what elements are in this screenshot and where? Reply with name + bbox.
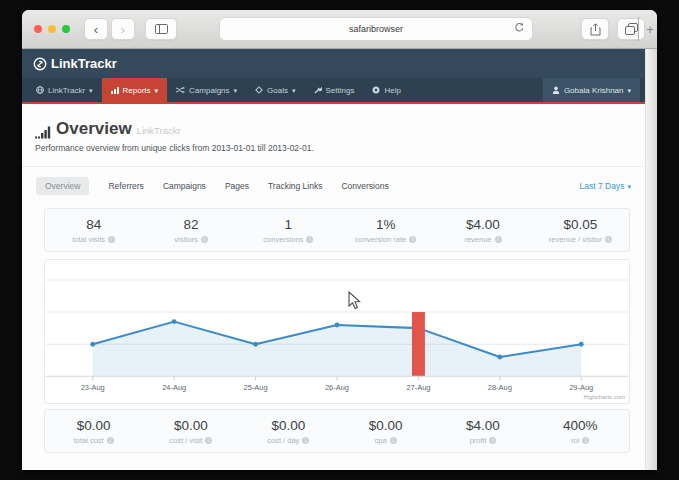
page-heading: Overview LinkTrackr Performance overview… xyxy=(22,104,645,167)
address-bar-text: safaribrowser xyxy=(349,24,403,34)
tab-campaigns[interactable]: Campaigns xyxy=(163,177,206,195)
stat-label: total cost xyxy=(74,436,104,445)
page-title-suffix: LinkTrackr xyxy=(137,125,181,136)
svg-text:27-Aug: 27-Aug xyxy=(406,383,430,392)
zoom-window-button[interactable] xyxy=(62,25,70,33)
caret-down-icon: ▾ xyxy=(89,87,93,94)
svg-text:28-Aug: 28-Aug xyxy=(488,383,512,392)
user-menu[interactable]: Gobala Krishnan ▾ xyxy=(543,78,640,102)
stat-label: profit xyxy=(470,436,487,445)
nav-item-help[interactable]: Help xyxy=(363,78,409,102)
stat-value: $0.05 xyxy=(532,217,629,232)
stat-roi: 400% roii xyxy=(532,418,629,445)
tab-conversions[interactable]: Conversions xyxy=(341,177,388,195)
info-icon[interactable]: i xyxy=(495,236,502,243)
stat-value: $0.00 xyxy=(337,418,434,433)
nav-item-reports[interactable]: Reports ▾ xyxy=(102,78,168,102)
caret-down-icon: ▾ xyxy=(234,87,238,94)
stat-value: 84 xyxy=(45,217,142,232)
info-icon[interactable]: i xyxy=(390,437,397,444)
chart-bars-icon xyxy=(111,86,119,94)
stat-label: roi xyxy=(571,436,579,445)
info-icon[interactable]: i xyxy=(108,236,115,243)
share-button[interactable] xyxy=(581,18,609,40)
sidebar-icon xyxy=(155,24,168,34)
stat-label: conversions xyxy=(263,235,303,244)
stat-revenue-per-visitor: $0.05 revenue / visitori xyxy=(532,217,629,244)
stat-total-visits: 84 total visitsi xyxy=(45,217,142,244)
caret-down-icon: ▾ xyxy=(627,183,631,190)
stat-value: 1 xyxy=(240,217,337,232)
stat-value: $0.00 xyxy=(142,418,239,433)
stat-label: cost / day xyxy=(267,436,299,445)
stat-value: $0.00 xyxy=(45,418,142,433)
tabs-icon xyxy=(625,23,638,35)
sidebar-toggle-button[interactable] xyxy=(145,18,177,40)
stat-value: 82 xyxy=(142,217,239,232)
stats-row-bottom: $0.00 total costi $0.00 cost / visiti $0… xyxy=(44,409,630,453)
stat-value: 400% xyxy=(532,418,629,433)
info-icon[interactable]: i xyxy=(489,437,496,444)
stat-label: revenue xyxy=(464,235,491,244)
window-right-gutter[interactable] xyxy=(645,49,657,470)
svg-text:25-Aug: 25-Aug xyxy=(244,383,268,392)
info-icon[interactable]: i xyxy=(302,437,309,444)
traffic-chart[interactable]: 23-Aug24-Aug25-Aug26-Aug27-Aug28-Aug29-A… xyxy=(46,261,628,402)
minimize-window-button[interactable] xyxy=(48,25,56,33)
nav-item-goals[interactable]: Goals ▾ xyxy=(246,78,304,102)
forward-button[interactable]: › xyxy=(111,18,135,40)
info-icon[interactable]: i xyxy=(409,236,416,243)
report-tabs: Overview Referrers Campaigns Pages Track… xyxy=(22,167,645,203)
nav-item-campaigns[interactable]: Campaigns ▾ xyxy=(167,78,246,102)
svg-text:23-Aug: 23-Aug xyxy=(81,383,105,392)
close-window-button[interactable] xyxy=(34,25,42,33)
nav-item-settings[interactable]: Settings xyxy=(305,78,364,102)
stat-cost-per-visit: $0.00 cost / visiti xyxy=(142,418,239,445)
linktrackr-logo-icon xyxy=(33,57,47,71)
svg-text:24-Aug: 24-Aug xyxy=(162,383,186,392)
caret-down-icon: ▾ xyxy=(627,87,631,94)
stat-label: conversion rate xyxy=(355,235,406,244)
wrench-icon xyxy=(314,86,322,94)
stat-conversion-rate: 1% conversion ratei xyxy=(337,217,434,244)
mouse-cursor xyxy=(348,291,362,311)
new-tab-button[interactable]: + xyxy=(638,17,657,41)
info-icon[interactable]: i xyxy=(205,437,212,444)
stat-revenue: $4.00 revenuei xyxy=(434,217,531,244)
stat-cpa: $0.00 cpai xyxy=(337,418,434,445)
caret-down-icon: ▾ xyxy=(292,87,296,94)
web-page: LinkTrackr LinkTrackr ▾ Reports ▾ Campai… xyxy=(22,49,645,470)
tab-tracking-links[interactable]: Tracking Links xyxy=(268,177,322,195)
info-icon[interactable]: i xyxy=(582,437,589,444)
stat-label: cpa xyxy=(375,436,387,445)
traffic-chart-panel: 23-Aug24-Aug25-Aug26-Aug27-Aug28-Aug29-A… xyxy=(44,259,630,404)
page-title: Overview xyxy=(56,119,132,139)
site-header: LinkTrackr xyxy=(22,49,645,78)
caret-down-icon: ▾ xyxy=(155,87,159,94)
info-icon[interactable]: i xyxy=(306,236,313,243)
address-bar[interactable]: safaribrowser xyxy=(219,17,533,41)
user-name: Gobala Krishnan xyxy=(564,86,624,95)
back-button[interactable]: ‹ xyxy=(84,18,108,40)
reload-button[interactable] xyxy=(514,22,525,35)
svg-text:26-Aug: 26-Aug xyxy=(325,383,349,392)
stat-cost-per-day: $0.00 cost / dayi xyxy=(240,418,337,445)
tab-overview[interactable]: Overview xyxy=(36,177,89,195)
tab-pages[interactable]: Pages xyxy=(225,177,249,195)
stat-conversions: 1 conversionsi xyxy=(240,217,337,244)
date-range-selector[interactable]: Last 7 Days ▾ xyxy=(580,181,631,191)
nav-label: Goals xyxy=(267,86,288,95)
diamond-icon xyxy=(255,86,263,94)
nav-label: Campaigns xyxy=(189,86,229,95)
info-icon[interactable]: i xyxy=(107,437,114,444)
info-icon[interactable]: i xyxy=(201,236,208,243)
browser-window: ‹ › safaribrowser + xyxy=(22,10,657,470)
globe-icon xyxy=(36,86,44,94)
nav-item-linktrackr[interactable]: LinkTrackr ▾ xyxy=(27,78,102,102)
stat-value: $4.00 xyxy=(434,217,531,232)
info-icon[interactable]: i xyxy=(605,236,612,243)
svg-text:Highcharts.com: Highcharts.com xyxy=(584,394,625,400)
tab-referrers[interactable]: Referrers xyxy=(108,177,143,195)
browser-toolbar: ‹ › safaribrowser + xyxy=(22,10,657,49)
site-logo[interactable]: LinkTrackr xyxy=(33,56,117,71)
